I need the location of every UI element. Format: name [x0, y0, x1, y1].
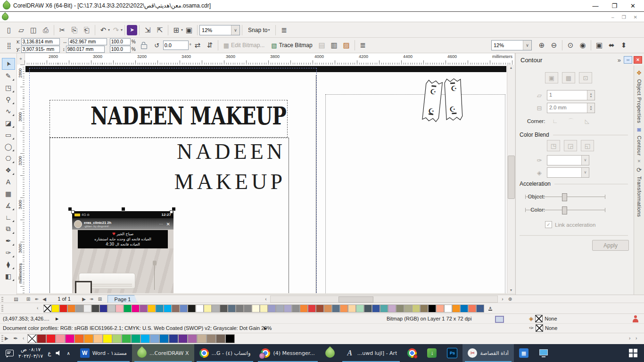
color-swatch[interactable]	[284, 304, 292, 313]
color-swatch[interactable]	[332, 304, 340, 313]
navigator-zoom-icon[interactable]: ⊕	[506, 296, 514, 303]
offset-spinner[interactable]: ▲▼	[587, 103, 594, 113]
zoom-level-combo-2[interactable]: ∨	[491, 40, 532, 50]
contour-inside-button[interactable]: ▩	[562, 72, 575, 83]
new-icon[interactable]: ▯	[3, 25, 15, 36]
tray-expand-icon[interactable]: ∧	[66, 351, 70, 356]
color-swatch[interactable]	[103, 334, 112, 343]
fill-color-arrow[interactable]: ∨	[581, 168, 589, 177]
outline-color-arrow[interactable]: ∨	[581, 156, 589, 165]
scroll-down-icon[interactable]: ▼	[507, 287, 515, 293]
color-swatch[interactable]	[292, 304, 300, 313]
color-swatch[interactable]	[156, 304, 164, 313]
palette2-scroll-right-icon[interactable]: ›	[629, 336, 630, 341]
import-icon[interactable]: ⇲	[141, 25, 154, 36]
color-swatch[interactable]	[380, 304, 388, 313]
outline-pen-tool[interactable]: ✑	[2, 247, 15, 258]
color-swatch[interactable]	[91, 304, 99, 313]
dimension-tool[interactable]: ∡	[2, 199, 15, 211]
instagram-story-bitmap[interactable]: 4G ılı 12:27 eras_clinic21 2h -glitter- …	[72, 211, 173, 293]
color-swatch[interactable]	[197, 334, 206, 343]
y-position-field[interactable]	[21, 46, 60, 53]
color-swatch[interactable]	[132, 304, 140, 313]
color-swatch[interactable]	[204, 304, 212, 313]
color-swatch[interactable]	[164, 304, 172, 313]
user-account-icon[interactable]	[632, 315, 639, 322]
last-page-icon[interactable]: ↠	[88, 296, 95, 303]
color-swatch[interactable]	[172, 304, 180, 313]
zoom-out-icon[interactable]: ⊖	[548, 40, 560, 51]
color-acceleration-slider[interactable]	[525, 206, 605, 214]
hscroll-right-icon[interactable]: ›	[499, 296, 506, 303]
color-swatch[interactable]	[252, 304, 260, 313]
trace-bitmap-button[interactable]: ▧ Trace Bitmap	[268, 40, 315, 51]
color-swatch[interactable]	[99, 304, 107, 313]
polygon-tool[interactable]: ⎔	[2, 152, 15, 164]
blend-tool[interactable]: ⧉	[2, 223, 15, 235]
headline-text-frame[interactable]: NADEEN MAKEUP	[50, 100, 288, 138]
taskbar-thispc[interactable]	[534, 344, 553, 362]
first-page-icon[interactable]: ↞	[33, 296, 41, 303]
horizontal-scrollbar[interactable]	[270, 296, 498, 303]
open-icon[interactable]: ▱	[15, 25, 27, 36]
x-position-field[interactable]	[21, 38, 60, 45]
color-swatch[interactable]	[150, 334, 159, 343]
zoom-level-combo[interactable]: ∨	[199, 25, 240, 35]
link-acceleration-checkbox[interactable]: ✓	[545, 221, 552, 228]
scale-h-field[interactable]	[110, 38, 131, 45]
copy-icon[interactable]: ⎘	[68, 25, 81, 36]
vertical-ruler[interactable]: 28003000320034003600 millimeters	[17, 65, 25, 293]
basic-shapes-tool[interactable]: ❖	[2, 164, 15, 176]
zoom-level-input-2[interactable]	[492, 42, 523, 48]
taskbar-coreldraw-2[interactable]	[320, 344, 340, 362]
eyedropper-tool[interactable]: ✒	[2, 235, 15, 247]
redo-icon[interactable]: ↷	[110, 25, 122, 36]
color-swatch[interactable]	[51, 304, 59, 313]
color-swatch[interactable]	[74, 334, 84, 343]
color-swatch[interactable]	[348, 304, 356, 313]
color-swatch[interactable]	[372, 304, 380, 313]
color-swatch[interactable]	[212, 304, 220, 313]
color-swatch[interactable]	[180, 304, 188, 313]
vertical-scrollbar[interactable]: ▲ ▼	[507, 65, 515, 293]
color-swatch[interactable]	[188, 304, 196, 313]
coords-flyout-icon[interactable]: ▶	[56, 317, 58, 321]
color-swatch[interactable]	[93, 334, 103, 343]
color-swatch[interactable]	[107, 304, 116, 313]
clockwise-blend-button[interactable]: ◲	[564, 140, 577, 151]
color-slider-thumb[interactable]	[562, 206, 567, 214]
title-line-2[interactable]: MAKEUP	[174, 169, 286, 194]
edit-bitmap-button[interactable]: ▦ Edit Bitmap...	[220, 40, 268, 51]
next-page-icon[interactable]: ▶	[80, 296, 88, 303]
zoom-selected-icon[interactable]: ⊙	[564, 40, 577, 51]
palette2-more-icon[interactable]: ›	[636, 336, 637, 341]
straighten-bitmap-icon[interactable]: ▤	[316, 40, 328, 51]
taskbar-art[interactable]: A...uwd lujl] - Art	[340, 344, 403, 362]
welcome-screen-icon[interactable]: ▣	[183, 25, 195, 36]
tab-transformations[interactable]: Transformations	[636, 176, 642, 217]
crop-tool[interactable]: ◳	[2, 82, 15, 93]
color-swatch[interactable]	[112, 334, 122, 343]
color-swatch[interactable]	[468, 304, 476, 313]
zoom-all-objects-icon[interactable]: ◉	[577, 40, 589, 51]
zoom-in-icon[interactable]: ⊕	[536, 40, 548, 51]
taskbar-messenger-chrome[interactable]: (4) Messenger...	[256, 344, 320, 362]
start-button[interactable]	[622, 344, 644, 362]
color-swatch[interactable]	[452, 304, 460, 313]
color-swatch[interactable]	[340, 304, 348, 313]
resample-bitmap-icon[interactable]: ▨	[340, 40, 353, 51]
color-swatch[interactable]	[356, 304, 364, 313]
paste-icon[interactable]: ⎗	[81, 25, 93, 36]
previous-page-icon[interactable]: ◀	[41, 296, 48, 303]
object-acceleration-slider[interactable]	[525, 193, 605, 200]
color-swatch[interactable]	[56, 334, 65, 343]
color-swatch[interactable]	[364, 304, 372, 313]
contour-offset-value[interactable]: 2.0 mm	[547, 103, 587, 113]
rectangle-tool[interactable]: ▭	[2, 129, 15, 140]
taskbar-word[interactable]: WWord - مستند١	[75, 344, 132, 362]
palette-scroll-left-icon[interactable]: ‹	[37, 305, 38, 311]
color-swatch[interactable]	[169, 334, 178, 343]
color-swatch[interactable]	[75, 304, 83, 313]
no-color-swatch[interactable]	[43, 304, 51, 313]
page-1-tab[interactable]: Page 1	[107, 295, 138, 303]
